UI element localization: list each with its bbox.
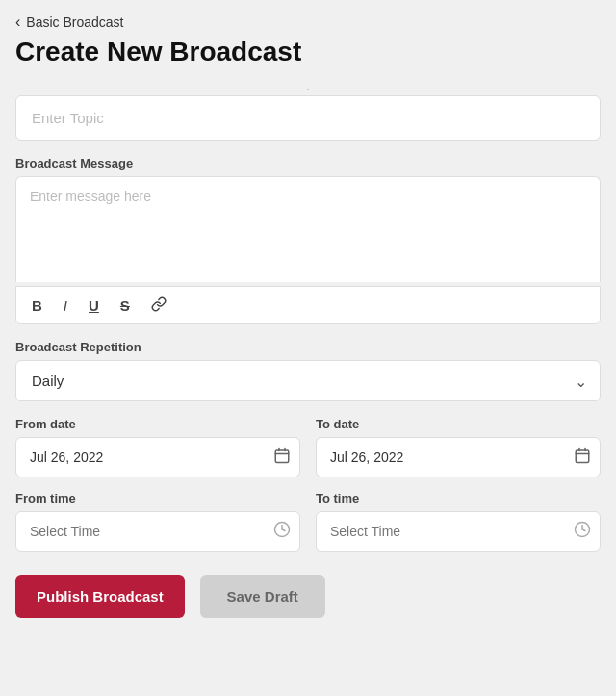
repetition-select-wrapper: Daily Weekly Monthly Once ⌄ — [15, 360, 601, 401]
back-arrow-icon: ‹ — [15, 13, 20, 31]
page-container: ‹ Basic Broadcast Create New Broadcast .… — [0, 0, 616, 696]
action-row: Publish Broadcast Save Draft — [0, 575, 616, 637]
from-date-label: From date — [15, 417, 300, 431]
from-date-wrapper — [15, 437, 300, 477]
message-label: Broadcast Message — [15, 156, 601, 170]
back-nav[interactable]: ‹ Basic Broadcast — [15, 13, 601, 31]
strikethrough-button[interactable]: S — [116, 296, 134, 315]
underline-button[interactable]: U — [85, 296, 103, 315]
page-title: Create New Broadcast — [15, 37, 601, 67]
repetition-label: Broadcast Repetition — [15, 340, 601, 354]
to-date-col: To date — [316, 417, 601, 477]
to-time-wrapper — [316, 511, 601, 552]
from-time-wrapper — [15, 511, 300, 552]
repetition-section: Broadcast Repetition Daily Weekly Monthl… — [15, 340, 601, 401]
formatting-toolbar: B I U S — [15, 286, 601, 324]
back-label: Basic Broadcast — [26, 14, 123, 30]
from-time-label: From time — [15, 491, 300, 505]
form-body: Broadcast Message B I U S Broadcast Repe… — [0, 95, 616, 552]
to-date-label: To date — [316, 417, 601, 431]
to-time-input[interactable] — [316, 511, 601, 552]
publish-broadcast-button[interactable]: Publish Broadcast — [15, 575, 185, 618]
save-draft-button[interactable]: Save Draft — [200, 575, 325, 618]
date-row: From date To date — [15, 417, 601, 477]
topic-input[interactable] — [15, 95, 601, 141]
from-time-input[interactable] — [15, 511, 300, 552]
divider-dot: . — [0, 81, 616, 91]
from-date-col: From date — [15, 417, 300, 477]
to-time-label: To time — [316, 491, 601, 505]
time-row: From time To time — [15, 491, 601, 552]
header: ‹ Basic Broadcast Create New Broadcast — [0, 0, 616, 81]
italic-button[interactable]: I — [60, 296, 71, 315]
to-date-input[interactable] — [316, 437, 601, 477]
message-textarea[interactable] — [15, 176, 601, 282]
to-time-col: To time — [316, 491, 601, 552]
from-time-col: From time — [15, 491, 300, 552]
repetition-select[interactable]: Daily Weekly Monthly Once — [15, 360, 601, 401]
to-date-wrapper — [316, 437, 601, 477]
bold-button[interactable]: B — [28, 296, 46, 315]
from-date-input[interactable] — [15, 437, 300, 477]
link-button[interactable] — [147, 295, 170, 316]
